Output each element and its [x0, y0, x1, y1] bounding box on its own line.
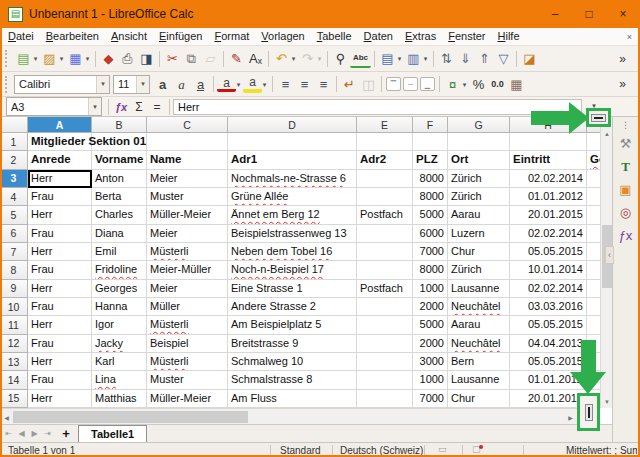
center-vertically-icon[interactable]: ─ [403, 77, 418, 91]
row-header-12[interactable]: 12 [0, 335, 28, 353]
cell-F7[interactable]: 7000 [413, 243, 448, 261]
navigator-icon[interactable]: ◎ [616, 202, 636, 223]
select-all-corner[interactable] [0, 117, 28, 133]
cell-H3[interactable]: 02.02.2014 [510, 170, 587, 188]
insert-image-icon[interactable]: ◪ [520, 49, 539, 68]
find-replace-icon[interactable]: ⚲ [331, 49, 350, 68]
font-name-dropdown-icon[interactable]: ▾ [96, 76, 109, 93]
cell-B14[interactable]: Lina [92, 371, 147, 389]
cell-H11[interactable]: 05.05.2015 [510, 316, 587, 334]
cell-I2[interactable]: Ge [587, 151, 600, 169]
cell-F5[interactable]: 5000 [413, 206, 448, 224]
cell-H4[interactable]: 01.01.2012 [510, 188, 587, 206]
cell-G14[interactable]: Lausanne [448, 371, 510, 389]
document-modified-icon[interactable]: ▢ [472, 444, 481, 454]
name-box[interactable]: A3 ▾ [6, 97, 102, 116]
cell-B10[interactable]: Hanna [92, 298, 147, 316]
menu-datei[interactable]: Datei [2, 28, 40, 45]
toolbar-grip[interactable] [5, 50, 10, 67]
cell-E1[interactable] [357, 133, 413, 151]
cell-G5[interactable]: Aarau [448, 206, 510, 224]
cell-E10[interactable] [357, 298, 413, 316]
menu-vorlagen[interactable]: Vorlagen [255, 28, 310, 45]
cell-C3[interactable]: Meier [147, 170, 228, 188]
horizontal-scrollbar[interactable]: ◀ ▶ [0, 408, 600, 424]
cell-G9[interactable]: Lausanne [448, 280, 510, 298]
cell-F12[interactable]: 2000 [413, 335, 448, 353]
menu-format[interactable]: Format [208, 28, 255, 45]
cell-C2[interactable]: Name [147, 151, 228, 169]
cell-D13[interactable]: Schmalweg 10 [228, 353, 357, 371]
toolbar-grip[interactable] [5, 76, 10, 93]
cell-H8[interactable]: 10.01.2014 [510, 261, 587, 279]
cell-D1[interactable] [228, 133, 357, 151]
menu-tabelle[interactable]: Tabelle [311, 28, 358, 45]
cell-I4[interactable] [587, 188, 600, 206]
merge-cells-icon[interactable]: ◫ [359, 75, 378, 94]
cell-B15[interactable]: Matthias [92, 390, 147, 408]
cell-D5[interactable]: Ännet em Berg 12 [228, 206, 357, 224]
new-document-dropdown[interactable]: ▾ [31, 49, 40, 68]
cell-F4[interactable]: 8000 [413, 188, 448, 206]
cell-C15[interactable]: Müller-Meier [147, 390, 228, 408]
clear-formatting-icon[interactable]: Aₓ [246, 49, 265, 68]
sort-descending-icon[interactable]: ⇑ [475, 49, 494, 68]
sort-ascending-icon[interactable]: ⇓ [456, 49, 475, 68]
cell-C1[interactable] [147, 133, 228, 151]
last-sheet-button[interactable]: ⇥ [41, 427, 54, 441]
cell-A9[interactable]: Herr [28, 280, 92, 298]
cell-H13[interactable]: 05.05.2015 [510, 353, 587, 371]
percent-format-icon[interactable]: % [469, 75, 488, 94]
cell-B9[interactable]: Georges [92, 280, 147, 298]
cell-E7[interactable] [357, 243, 413, 261]
number-format-icon[interactable]: 0.0 [488, 75, 507, 94]
cell-C10[interactable]: Müller [147, 298, 228, 316]
h-scroll-thumb[interactable] [13, 411, 248, 423]
cell-F10[interactable]: 2000 [413, 298, 448, 316]
cell-G4[interactable]: Zürich [448, 188, 510, 206]
cell-B8[interactable]: Fridoline [92, 261, 147, 279]
cell-C5[interactable]: Müller-Meier [147, 206, 228, 224]
date-format-icon[interactable]: ▦ [507, 75, 526, 94]
row-header-8[interactable]: 8 [0, 261, 28, 279]
cell-E5[interactable]: Postfach [357, 206, 413, 224]
previous-sheet-button[interactable]: ◀ [15, 427, 28, 441]
cell-F8[interactable]: 8000 [413, 261, 448, 279]
column-header-F[interactable]: F [413, 117, 448, 133]
cell-H12[interactable]: 04.04.2013 [510, 335, 587, 353]
cell-I9[interactable] [587, 280, 600, 298]
copy-icon[interactable]: ⧉ [182, 49, 201, 68]
cell-E9[interactable]: Postfach [357, 280, 413, 298]
equals-icon[interactable]: = [148, 100, 166, 114]
font-name-combo[interactable]: Calibri ▾ [14, 75, 110, 94]
menu-einfugen[interactable]: Einfügen [153, 28, 208, 45]
cell-G3[interactable]: Zürich [448, 170, 510, 188]
cell-D3[interactable]: Nochmals-ne-Strasse 6 [228, 170, 357, 188]
cell-E2[interactable]: Adr2 [357, 151, 413, 169]
cell-C11[interactable]: Müsterli [147, 316, 228, 334]
row-header-7[interactable]: 7 [0, 243, 28, 261]
cell-C4[interactable]: Muster [147, 188, 228, 206]
add-sheet-button[interactable]: + [58, 427, 74, 441]
cell-I1[interactable] [587, 133, 600, 151]
print-icon[interactable]: ⎙ [118, 49, 137, 68]
align-center-icon[interactable]: ≡ [295, 75, 314, 94]
row-header-14[interactable]: 14 [0, 371, 28, 389]
undo-dropdown[interactable]: ▾ [289, 49, 298, 68]
font-color-dropdown[interactable]: ▾ [234, 75, 243, 94]
cell-I6[interactable] [587, 225, 600, 243]
cell-E4[interactable] [357, 188, 413, 206]
cell-B5[interactable]: Charles [92, 206, 147, 224]
cell-D6[interactable]: Beispielstrassenweg 13 [228, 225, 357, 243]
cell-A12[interactable]: Frau [28, 335, 92, 353]
align-bottom-icon[interactable]: ▁ [420, 77, 435, 91]
cell-C8[interactable]: Meier-Müller [147, 261, 228, 279]
cell-F3[interactable]: 8000 [413, 170, 448, 188]
row-header-10[interactable]: 10 [0, 298, 28, 316]
clone-formatting-icon[interactable]: ✎ [227, 49, 246, 68]
cell-E12[interactable] [357, 335, 413, 353]
cell-G15[interactable]: Chur [448, 390, 510, 408]
column-header-C[interactable]: C [147, 117, 228, 133]
cell-A13[interactable]: Herr [28, 353, 92, 371]
row-header-9[interactable]: 9 [0, 280, 28, 298]
